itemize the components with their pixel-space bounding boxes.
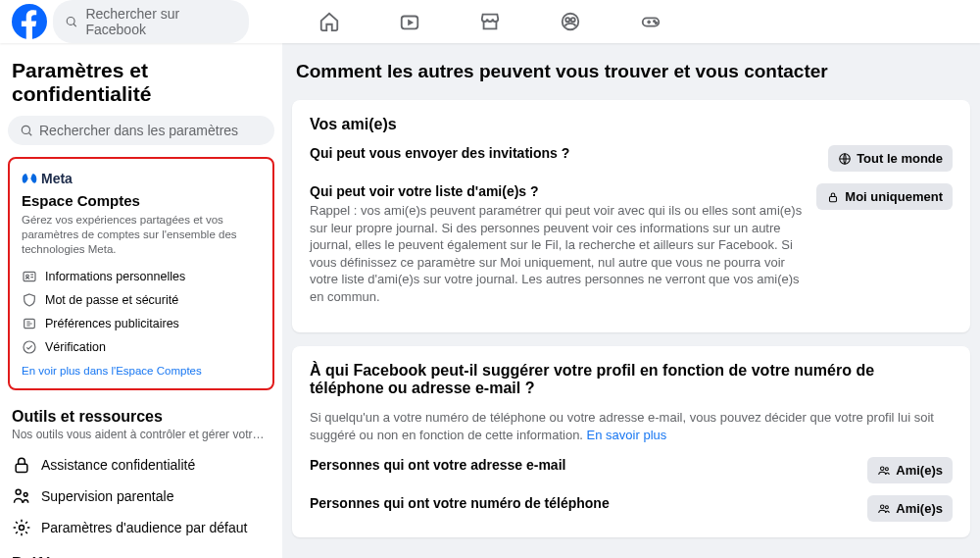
meta-item-label: Préférences publicitaires <box>45 317 179 330</box>
suggest-card: À qui Facebook peut-il suggérer votre pr… <box>292 346 970 537</box>
setting-friend-list: Qui peut voir votre liste d'ami(e)s ? Ra… <box>310 183 953 305</box>
groups-icon[interactable] <box>560 11 581 32</box>
search-icon <box>65 15 77 28</box>
global-search-placeholder: Rechercher sur Facebook <box>85 6 237 37</box>
meta-item-password[interactable]: Mot de passe et sécurité <box>22 288 261 312</box>
sidebar-search-placeholder: Rechercher dans les paramètres <box>39 123 238 138</box>
tool-label: Assistance confidentialité <box>41 457 195 473</box>
meta-brand: Meta <box>22 171 261 186</box>
home-icon[interactable] <box>318 11 340 32</box>
svg-point-30 <box>886 506 889 509</box>
lock-icon <box>12 455 31 475</box>
svg-point-16 <box>26 275 29 278</box>
svg-rect-26 <box>830 196 837 201</box>
svg-line-2 <box>74 24 76 26</box>
facebook-logo-icon[interactable] <box>12 4 47 39</box>
setting-description: Rappel : vos ami(e)s peuvent paramétrer … <box>310 202 805 305</box>
svg-point-6 <box>565 18 569 22</box>
content-area: Comment les autres peuvent vous trouver … <box>282 43 980 558</box>
svg-point-27 <box>881 467 885 471</box>
phone-lookup-selector[interactable]: Ami(e)s <box>867 495 953 522</box>
top-nav-tabs <box>318 11 662 32</box>
meta-item-label: Mot de passe et sécurité <box>45 293 178 307</box>
tools-subheading: Nos outils vous aident à contrôler et gé… <box>12 428 270 441</box>
email-lookup-value: Ami(e)s <box>896 463 943 478</box>
marketplace-icon[interactable] <box>479 11 501 32</box>
friends-card: Vos ami(e)s Qui peut vous envoyer des in… <box>292 100 970 332</box>
meta-item-ads[interactable]: Préférences publicitaires <box>22 312 261 335</box>
meta-item-personal[interactable]: Informations personnelles <box>22 265 261 288</box>
setting-label: Qui peut vous envoyer des invitations ? <box>310 145 569 161</box>
svg-point-24 <box>20 525 24 530</box>
page-title: Comment les autres peuvent vous trouver … <box>292 61 970 82</box>
video-icon[interactable] <box>399 11 420 32</box>
tool-label: Supervision parentale <box>41 488 173 504</box>
svg-line-14 <box>28 132 31 135</box>
invitations-selector[interactable]: Tout le monde <box>828 145 953 172</box>
svg-rect-21 <box>16 464 27 472</box>
megaphone-icon <box>22 316 37 331</box>
setting-label: Qui peut voir votre liste d'ami(e)s ? <box>310 183 805 199</box>
setting-email-lookup: Personnes qui ont votre adresse e-mail A… <box>310 457 953 483</box>
globe-icon <box>838 152 852 166</box>
friends-icon <box>877 464 891 478</box>
gear-icon <box>12 518 31 537</box>
top-navigation: Rechercher sur Facebook <box>0 0 980 43</box>
meta-brand-text: Meta <box>41 171 73 186</box>
meta-logo-icon <box>22 171 37 186</box>
gaming-icon[interactable] <box>640 11 662 32</box>
friends-card-title: Vos ami(e)s <box>310 116 953 133</box>
svg-point-7 <box>571 18 575 22</box>
suggest-description: Si quelqu'un a votre numéro de téléphone… <box>310 409 953 443</box>
svg-point-22 <box>16 489 21 494</box>
email-lookup-selector[interactable]: Ami(e)s <box>867 457 953 483</box>
meta-accounts-card: Meta Espace Comptes Gérez vos expérience… <box>8 157 274 390</box>
svg-point-23 <box>24 492 27 496</box>
global-search-input[interactable]: Rechercher sur Facebook <box>53 0 249 43</box>
invitations-value: Tout le monde <box>857 151 943 166</box>
svg-point-13 <box>22 126 29 133</box>
settings-sidebar: Paramètres et confidentialité Rechercher… <box>0 43 282 558</box>
tool-audience[interactable]: Paramètres d'audience par défaut <box>8 512 274 543</box>
svg-point-12 <box>656 23 657 24</box>
svg-point-29 <box>881 505 885 509</box>
svg-marker-4 <box>409 21 412 25</box>
learn-more-link[interactable]: En savoir plus <box>587 428 667 442</box>
svg-rect-15 <box>24 272 35 280</box>
svg-point-28 <box>886 468 889 471</box>
meta-item-verify[interactable]: Vérification <box>22 335 261 359</box>
search-icon <box>20 124 33 137</box>
setting-label: Personnes qui ont votre adresse e-mail <box>310 457 565 473</box>
shield-icon <box>22 292 37 308</box>
phone-lookup-value: Ami(e)s <box>896 501 943 516</box>
main-area: Paramètres et confidentialité Rechercher… <box>0 43 980 558</box>
family-icon <box>12 486 31 506</box>
lock-icon <box>826 190 840 204</box>
svg-point-20 <box>24 341 35 353</box>
meta-item-label: Informations personnelles <box>45 270 185 283</box>
svg-point-11 <box>654 21 655 22</box>
meta-card-description: Gérez vos expériences partagées et vos p… <box>22 213 261 257</box>
svg-point-1 <box>67 18 74 25</box>
friend-list-selector[interactable]: Moi uniquement <box>816 183 953 210</box>
sidebar-search-input[interactable]: Rechercher dans les paramètres <box>8 116 274 145</box>
meta-card-title: Espace Comptes <box>22 192 261 209</box>
sidebar-title: Paramètres et confidentialité <box>12 59 270 106</box>
check-badge-icon <box>22 339 37 355</box>
tool-label: Paramètres d'audience par défaut <box>41 520 247 535</box>
setting-invitations: Qui peut vous envoyer des invitations ? … <box>310 145 953 172</box>
friends-icon <box>877 502 891 516</box>
setting-label: Personnes qui ont votre numéro de téléph… <box>310 495 610 511</box>
meta-see-more-link[interactable]: En voir plus dans l'Espace Comptes <box>22 365 261 377</box>
meta-item-label: Vérification <box>45 340 106 354</box>
tools-heading: Outils et ressources <box>12 408 270 426</box>
svg-point-5 <box>563 14 579 30</box>
suggest-card-title: À qui Facebook peut-il suggérer votre pr… <box>310 362 953 397</box>
tool-privacy-assist[interactable]: Assistance confidentialité <box>8 449 274 481</box>
tool-parental[interactable]: Supervision parentale <box>8 481 274 512</box>
setting-phone-lookup: Personnes qui ont votre numéro de téléph… <box>310 495 953 522</box>
id-card-icon <box>22 269 37 284</box>
friend-list-value: Moi uniquement <box>845 189 943 204</box>
